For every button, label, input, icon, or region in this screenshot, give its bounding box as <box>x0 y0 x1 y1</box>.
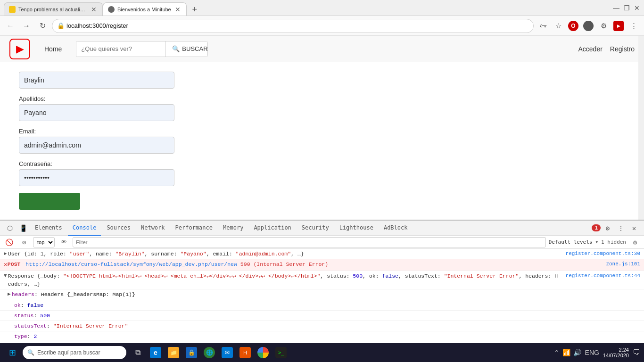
back-button[interactable]: ← <box>4 19 17 33</box>
tab1-close[interactable]: ✕ <box>90 5 98 14</box>
console-line-error: ✕ POST http://localhost/curso-fullstack/… <box>0 259 644 271</box>
console-clear-icon[interactable]: 🚫 <box>3 236 15 248</box>
context-select[interactable]: top <box>33 237 55 247</box>
orange-app-icon[interactable]: H <box>238 345 253 360</box>
devtools-close-icon[interactable]: ✕ <box>628 222 640 234</box>
search-input[interactable] <box>76 41 165 57</box>
nombre-input[interactable] <box>19 72 174 89</box>
browser-titlebar: Tengo problemas al actualizar co ✕ Bienv… <box>0 0 644 16</box>
star-icon[interactable]: ☆ <box>552 19 565 33</box>
expand-arrow-1[interactable]: ▶ <box>4 250 7 258</box>
logo-button[interactable]: ▶ <box>9 39 30 59</box>
user-avatar-icon[interactable] <box>582 19 595 33</box>
mail-icon[interactable]: ✉ <box>220 345 235 360</box>
headers-content: headers: Headers {_headersMap: Map(1)} <box>12 290 640 298</box>
error-url[interactable]: http://localhost/curso-fullstack/symfony… <box>25 261 237 267</box>
contrasena-input[interactable] <box>19 169 174 186</box>
line2-source[interactable]: zone.js:101 <box>601 260 640 268</box>
tab-network-label: Network <box>141 224 165 231</box>
error-icon: ✕ <box>4 260 8 270</box>
opera-icon[interactable]: O <box>567 19 580 33</box>
devtools-toolbar: ⬡ 📱 Elements Console Sources Network Per… <box>0 221 644 236</box>
console-expanded-ok: ok: false <box>0 300 644 311</box>
browser-navbar: ← → ↻ 🔒 localhost:3000/register 🗝 ☆ O ⚙ … <box>0 16 644 36</box>
address-bar[interactable]: 🔒 localhost:3000/register <box>52 19 534 33</box>
filter-input[interactable] <box>73 237 546 247</box>
menu-icon[interactable]: ⋮ <box>627 19 640 33</box>
tab-console[interactable]: Console <box>68 221 101 236</box>
tab-2[interactable]: Bienvenidos a Minitube ✕ <box>103 2 187 16</box>
edge-icon[interactable]: e <box>148 345 163 360</box>
tab-memory[interactable]: Memory <box>218 221 248 236</box>
settings-icon[interactable]: ⚙ <box>597 19 610 33</box>
search-bar: 🔍 BUSCAR <box>76 41 208 57</box>
default-levels[interactable]: Default levels <box>549 239 593 245</box>
hidden-settings-icon[interactable]: ⚙ <box>629 236 641 248</box>
contrasena-field: Contraseña: <box>19 160 625 186</box>
forward-button[interactable]: → <box>20 19 33 33</box>
apellidos-input[interactable] <box>19 104 174 121</box>
tab-security[interactable]: Security <box>297 221 334 236</box>
taskbar-search[interactable]: 🔍 Escribe aquí para buscar <box>23 346 126 359</box>
tab-1[interactable]: Tengo problemas al actualizar co ✕ <box>4 2 103 16</box>
apellidos-label: Apellidos: <box>19 95 625 102</box>
tab1-title: Tengo problemas al actualizar co <box>18 7 87 12</box>
tab-adblock[interactable]: AdBlock <box>379 221 413 236</box>
console-line-1: ▶ User {id: 1, role: "user", name: "Bray… <box>0 249 644 259</box>
email-label: Email: <box>19 128 625 135</box>
explorer-icon[interactable]: 📁 <box>166 345 181 360</box>
register-form: Apellidos: Email: Contraseña: <box>0 62 644 220</box>
tab-elements[interactable]: Elements <box>30 221 67 236</box>
expand-arrow-headers[interactable]: ▶ <box>8 290 11 298</box>
registro-link[interactable]: Registro <box>610 45 635 53</box>
green-app-icon[interactable]: 🌐 <box>202 345 217 360</box>
home-link[interactable]: Home <box>40 45 66 53</box>
arrow-up-icon[interactable]: ⌃ <box>554 349 560 356</box>
email-input[interactable] <box>19 137 174 154</box>
tab-lighthouse[interactable]: Lighthouse <box>335 221 378 236</box>
search-button[interactable]: 🔍 BUSCAR <box>165 41 208 57</box>
terminal-icon[interactable]: >_ <box>273 345 289 360</box>
console-filter-bar: 🚫 ⊘ top 👁 Default levels ▾ 1 hidden ⚙ <box>0 236 644 249</box>
network-icon[interactable]: 📶 <box>562 349 570 356</box>
start-button[interactable]: ⊞ <box>4 344 21 361</box>
expand-arrow-3[interactable]: ▼ <box>4 272 7 280</box>
header-right: Acceder Registro <box>578 45 635 53</box>
tab-performance[interactable]: Performance <box>171 221 217 236</box>
devtools-more-icon[interactable]: ⋮ <box>615 222 627 234</box>
error-count-badge: 1 <box>592 224 601 231</box>
console-filter-icon[interactable]: ⊘ <box>18 236 30 248</box>
devtools-inspect-icon[interactable]: ⬡ <box>4 222 16 234</box>
yt-icon[interactable]: ▶ <box>612 19 625 33</box>
minimize-button[interactable]: — <box>613 5 619 11</box>
windows-logo-icon: ⊞ <box>9 347 16 358</box>
taskbar: ⊞ 🔍 Escribe aquí para buscar ⧉ e 📁 🔒 🌐 ✉… <box>0 343 644 362</box>
chrome-icon[interactable] <box>256 345 271 360</box>
devtools-device-icon[interactable]: 📱 <box>17 222 29 234</box>
refresh-button[interactable]: ↻ <box>36 19 49 33</box>
logo-play-icon: ▶ <box>16 43 24 55</box>
tab-sources[interactable]: Sources <box>102 221 135 236</box>
close-button[interactable]: ✕ <box>634 5 640 11</box>
taskbar-search-label: Escribe aquí para buscar <box>37 349 100 356</box>
contrasena-label: Contraseña: <box>19 160 625 167</box>
line3-source[interactable]: register.component.ts:44 <box>561 272 640 280</box>
tab2-close[interactable]: ✕ <box>174 5 182 14</box>
tab-network[interactable]: Network <box>136 221 170 236</box>
acceder-link[interactable]: Acceder <box>578 45 603 53</box>
type-content: type: 2 <box>14 332 640 340</box>
taskview-icon[interactable]: ⧉ <box>130 345 145 360</box>
line1-source[interactable]: register.component.ts:30 <box>561 250 640 258</box>
submit-button[interactable] <box>19 193 80 210</box>
security-app-icon[interactable]: 🔒 <box>184 345 199 360</box>
maximize-button[interactable]: ❐ <box>623 5 630 11</box>
devtools-settings-icon[interactable]: ⚙ <box>602 222 614 234</box>
tab-lighthouse-label: Lighthouse <box>339 224 373 231</box>
new-tab-button[interactable]: + <box>189 3 201 16</box>
volume-icon[interactable]: 🔊 <box>573 349 581 356</box>
key-icon[interactable]: 🗝 <box>537 19 550 33</box>
tab-application[interactable]: Application <box>249 221 296 236</box>
notification-icon[interactable]: 🗨 <box>633 348 640 357</box>
page-scrollbar[interactable] <box>638 36 644 220</box>
eye-icon[interactable]: 👁 <box>58 236 70 248</box>
